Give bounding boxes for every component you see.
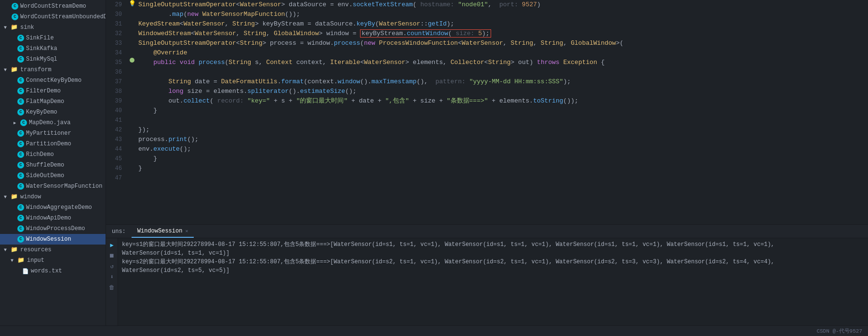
sidebar-item-sideoutdemo[interactable]: C SideOutDemo [0,170,106,181]
output-line-2: WaterSensor(id=s1, ts=1, vc=1)] [122,249,864,258]
sidebar-item-mypartitioner[interactable]: C MyPartitioner [0,128,106,139]
line-number: 39 [106,96,128,106]
sidebar-item-sinkfile[interactable]: C SinkFile [0,33,106,43]
line-content: SingleOutputStreamOperator<WaterSensor> … [136,0,868,10]
code-line-43: 43 process.print(); [106,135,868,144]
line-gutter: 💡 [128,0,136,7]
line-content: } [136,106,868,116]
sidebar-folder-window[interactable]: ▼ 📁 window [0,192,106,202]
sidebar-folder-resources[interactable]: ▼ 📁 resources [0,245,106,255]
code-line-36: 36 [106,67,868,77]
sidebar-folder-sink[interactable]: ▼ 📁 sink [0,22,106,33]
sidebar-item-filterdemo[interactable]: C FilterDemo [0,86,106,96]
line-content: }); [136,125,868,135]
line-number: 36 [106,67,128,77]
code-line-30: 30 .map(new WaterSensorMapFunction()); [106,10,868,19]
line-number: 40 [106,106,128,116]
clear-button[interactable]: 🗑 [107,283,117,292]
main-container: C WordCountStreamDemo C WordCountStreamU… [0,0,868,325]
class-icon: C [17,88,24,94]
class-icon: C [17,151,24,158]
code-line-33: 33 SingleOutputStreamOperator<String> pr… [106,39,868,48]
line-number: 35 [106,58,128,67]
code-line-39: 39 out.collect( record: "key=" + s + "的窗… [106,96,868,106]
sidebar-item-watersensormapfunction[interactable]: C WaterSensorMapFunction [0,181,106,192]
tab-windowsession[interactable]: WindowSession ✕ [132,225,194,238]
line-content: } [136,164,868,173]
class-icon: C [20,119,27,126]
sidebar-item-label: WindowSession [26,236,71,243]
sidebar-item-label: PartitionDemo [26,141,71,147]
line-content: public void process(String s, Context co… [136,58,868,67]
sidebar-item-wordcountstreamunboundeddemo[interactable]: C WordCountStreamUnboundedDemo [0,12,106,22]
tab-close-icon[interactable]: ✕ [185,228,188,234]
class-icon: C [17,204,24,211]
output-line-4: WaterSensor(id=s2, ts=5, vc=5)] [122,266,864,275]
folder-icon: 📁 [17,257,25,264]
sidebar-item-shuffledemo[interactable]: C ShuffleDemo [0,160,106,170]
output-line-3: key=s2的窗口最大时间292278994-08-17 15:12:55:80… [122,258,864,266]
status-text: CSDN @-代号9527 [816,327,862,335]
folder-arrow-icon: ▼ [4,25,11,30]
code-line-37: 37 String date = DateFormatUtils.format(… [106,77,868,87]
sidebar-item-label: SinkKafka [26,45,57,52]
sidebar-item-keybydemo[interactable]: C KeyByDemo [0,107,106,117]
line-content: .map(new WaterSensorMapFunction()); [136,10,868,19]
sidebar-item-label: MyPartitioner [26,130,71,137]
sidebar-item-mapdemojava[interactable]: ▶ C MapDemo.java [0,117,106,128]
scroll-output-button[interactable]: ⬇ [107,272,117,282]
sidebar-item-partitiondemo[interactable]: C PartitionDemo [0,139,106,149]
sidebar-item-windowsession[interactable]: C WindowSession [0,234,106,245]
code-line-40: 40 } [106,106,868,116]
line-number: 42 [106,125,128,135]
rerun-button[interactable]: ↺ [107,261,117,271]
expand-arrow-icon: ▶ [13,120,20,126]
sidebar-item-sinkmysql[interactable]: C SinkMySql [0,54,106,65]
tab-uns[interactable]: uns: [106,225,132,238]
sidebar-folder-transform[interactable]: ▼ 📁 transform [0,65,106,75]
sidebar-item-label: sink [20,24,34,31]
sidebar-folder-input[interactable]: ▼ 📁 input [0,255,106,266]
line-content: @Override [136,48,868,58]
code-line-29: 29 💡 SingleOutputStreamOperator<WaterSen… [106,0,868,10]
folder-arrow-icon: ▼ [4,247,11,253]
sidebar-item-flatmapdemo[interactable]: C FlatMapDemo [0,96,106,107]
bottom-content: ▶ ⏹ ↺ ⬇ 🗑 key=s1的窗口最大时间292278994-08-17 1… [106,238,868,325]
sidebar-item-label: window [20,194,41,200]
code-line-44: 44 env.execute(); [106,144,868,154]
sidebar-item-label: words.txt [31,268,62,274]
sidebar-item-label: SinkFile [26,35,54,41]
sidebar-item-windowprocessdemo[interactable]: C WindowProcessDemo [0,223,106,234]
sidebar-item-windowapidemo[interactable]: C WindowApiDemo [0,213,106,223]
sidebar-item-sinkkafka[interactable]: C SinkKafka [0,43,106,54]
sidebar-item-label: ConnectKeyByDemo [26,77,81,84]
sidebar-item-connectkeybydemo[interactable]: C ConnectKeyByDemo [0,75,106,86]
sidebar-item-label: input [27,257,44,264]
class-icon: C [17,215,24,221]
sidebar-item-label: KeyByDemo [26,109,57,116]
code-panel: 29 💡 SingleOutputStreamOperator<WaterSen… [106,0,868,325]
code-line-38: 38 long size = elements.spliterator().es… [106,87,868,96]
output-area[interactable]: key=s1的窗口最大时间292278994-08-17 15:12:55:80… [118,238,868,325]
run-button[interactable]: ▶ [107,240,117,250]
class-icon: C [17,35,24,41]
sidebar-item-windowaggregatedemo[interactable]: C WindowAggregateDemo [0,202,106,213]
class-icon: C [17,236,24,243]
sidebar-item-label: MapDemo.java [29,119,70,126]
sidebar-item-wordcountstreamdemo[interactable]: C WordCountStreamDemo [0,1,106,12]
line-content: KeyedStream<WaterSensor, String> keyBySt… [136,19,868,29]
sidebar-item-wordstxt[interactable]: 📄 words.txt [0,266,106,276]
code-line-35: 35 public void process(String s, Context… [106,58,868,67]
sidebar-item-label: WindowApiDemo [26,215,71,221]
line-number: 29 [106,0,128,10]
sidebar-item-label: WaterSensorMapFunction [26,183,102,190]
code-area[interactable]: 29 💡 SingleOutputStreamOperator<WaterSen… [106,0,868,224]
line-content: SingleOutputStreamOperator<String> proce… [136,39,868,48]
stop-button[interactable]: ⏹ [107,251,117,260]
line-number: 46 [106,164,128,173]
file-icon: 📄 [22,268,29,274]
code-line-45: 45 } [106,154,868,164]
class-icon: C [12,13,18,20]
line-number: 30 [106,10,128,19]
sidebar-item-richdemo[interactable]: C RichDemo [0,149,106,160]
